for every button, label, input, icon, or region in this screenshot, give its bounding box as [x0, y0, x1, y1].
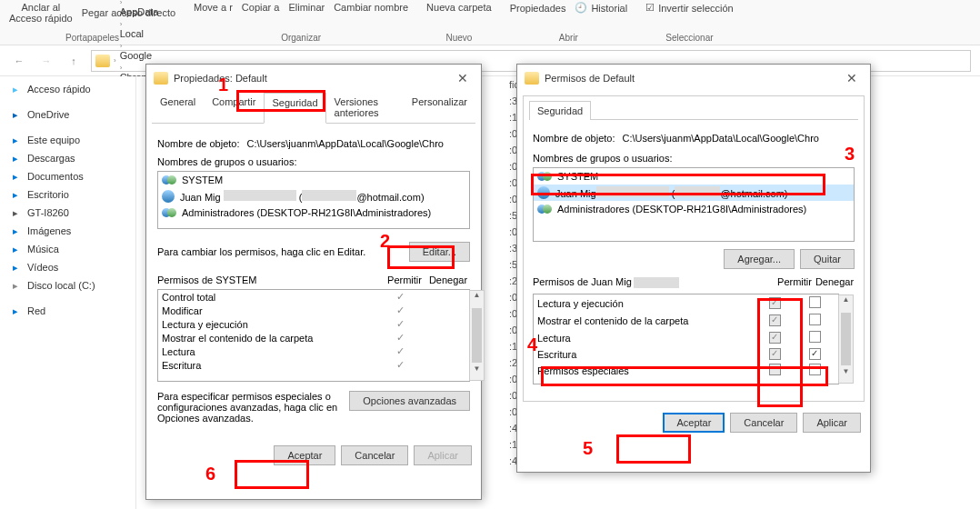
- sidebar-item[interactable]: ▸Acceso rápido: [0, 80, 135, 98]
- allow-checkbox[interactable]: [769, 348, 781, 360]
- user-list-item[interactable]: Administradores (DESKTOP-RH21G8I\Adminis…: [534, 201, 854, 217]
- user-list-item[interactable]: Administradores (DESKTOP-RH21G8I\Adminis…: [158, 205, 469, 221]
- dialog-properties: Propiedades: Default ✕ General Compartir…: [145, 64, 482, 500]
- nav-fwd-icon[interactable]: →: [36, 51, 56, 71]
- dialog-titlebar[interactable]: Propiedades: Default ✕: [146, 65, 481, 92]
- rb-anclar[interactable]: Anclar al Acceso rápido: [9, 2, 73, 24]
- sidebar-item[interactable]: ▸Disco local (C:): [0, 276, 135, 294]
- permissions-table[interactable]: ▲ ▼ Control total✓Modificar✓Lectura y ej…: [157, 289, 470, 382]
- user-list-item[interactable]: Juan Mig (@hotmail.com): [158, 188, 469, 205]
- allow-checkbox[interactable]: [769, 314, 781, 326]
- close-icon[interactable]: ✕: [452, 71, 474, 85]
- allow-checkbox[interactable]: [769, 297, 781, 309]
- allow-checkbox[interactable]: [769, 364, 781, 375]
- scroll-up-icon[interactable]: ▲: [470, 291, 484, 306]
- scroll-up-icon[interactable]: ▲: [839, 295, 853, 311]
- allow-checkbox[interactable]: [769, 332, 781, 344]
- deny-checkbox[interactable]: [809, 364, 821, 375]
- perm-row: Modificar✓: [158, 304, 469, 317]
- quitar-button[interactable]: Quitar: [800, 249, 855, 269]
- users-listbox[interactable]: SYSTEMJuan Mig (@hotmail.com)Administrad…: [157, 171, 470, 229]
- chevron-right-icon[interactable]: ›: [120, 20, 123, 28]
- sidebar-item[interactable]: ▸Escritorio: [0, 185, 135, 204]
- tab-general[interactable]: General: [152, 92, 204, 123]
- sidebar-item[interactable]: ▸Documentos: [0, 167, 135, 185]
- user-list-item[interactable]: SYSTEM: [158, 172, 469, 188]
- cancelar-button[interactable]: Cancelar: [341, 445, 408, 465]
- sidebar-item[interactable]: ▸GT-I8260: [0, 204, 135, 222]
- rb-invertir[interactable]: ☑Invertir selección: [645, 2, 734, 14]
- sidebar-item-label: GT-I8260: [27, 207, 69, 218]
- folder-icon: [95, 55, 110, 67]
- crumb[interactable]: Google: [120, 50, 249, 61]
- user-name-label: Administradores (DESKTOP-RH21G8I\Adminis…: [557, 204, 806, 215]
- scrollbar[interactable]: ▲ ▼: [838, 294, 854, 384]
- editar-button[interactable]: Editar...: [409, 242, 470, 262]
- perm-row: Lectura y ejecución✓: [158, 317, 469, 331]
- deny-checkbox[interactable]: [809, 331, 821, 343]
- opciones-avanzadas-button[interactable]: Opciones avanzadas: [349, 391, 470, 411]
- nav-up-icon[interactable]: ↑: [64, 51, 84, 71]
- sidebar-item[interactable]: ▸Red: [0, 302, 135, 320]
- sidebar-item[interactable]: ▸OneDrive: [0, 105, 135, 124]
- sidebar-item[interactable]: ▸Este equipo: [0, 131, 135, 149]
- dialog-titlebar[interactable]: Permisos de Default ✕: [517, 65, 870, 92]
- tab-compartir[interactable]: Compartir: [204, 92, 264, 123]
- user-list-item[interactable]: SYSTEM: [534, 168, 854, 185]
- aceptar-button[interactable]: Aceptar: [663, 413, 725, 433]
- perm-row: Mostrar el contenido de la carpeta: [534, 312, 838, 329]
- aceptar-button[interactable]: Aceptar: [274, 445, 335, 465]
- denegar-header: Denegar: [426, 274, 470, 285]
- sidebar-item[interactable]: ▸Vídeos: [0, 258, 135, 276]
- scroll-thumb[interactable]: [841, 313, 851, 365]
- sidebar-item[interactable]: ▸Música: [0, 240, 135, 258]
- allow-check-icon: ✓: [378, 318, 422, 330]
- crumb[interactable]: AppData: [120, 6, 249, 17]
- deny-checkbox[interactable]: [809, 348, 821, 360]
- tab-personalizar[interactable]: Personalizar: [404, 92, 475, 123]
- deny-checkbox[interactable]: [809, 296, 821, 308]
- nav-back-icon[interactable]: ←: [9, 51, 29, 71]
- crumb[interactable]: Local: [120, 28, 249, 39]
- rb-renombrar[interactable]: Cambiar nombre: [334, 2, 408, 13]
- annotation-label-6: 6: [205, 464, 215, 484]
- change-perms-text: Para cambiar los permisos, haga clic en …: [157, 246, 402, 257]
- aplicar-button[interactable]: Aplicar: [414, 445, 472, 465]
- deny-checkbox[interactable]: [809, 314, 821, 325]
- agregar-button[interactable]: Agregar...: [724, 249, 795, 269]
- user-list-item[interactable]: Juan Mig (@hotmail.com): [534, 185, 854, 201]
- scroll-down-icon[interactable]: ▼: [470, 364, 484, 380]
- scrollbar[interactable]: ▲ ▼: [469, 290, 485, 381]
- tab-versiones[interactable]: Versiones anteriores: [326, 92, 404, 123]
- rb-eliminar[interactable]: Eliminar: [288, 2, 325, 13]
- chevron-right-icon[interactable]: ›: [114, 56, 116, 65]
- sidebar-item-label: Imágenes: [27, 225, 71, 236]
- allow-check-icon: ✓: [378, 359, 422, 371]
- dialog-permissions: Permisos de Default ✕ Seguridad Nombre d…: [516, 64, 871, 473]
- aplicar-button[interactable]: Aplicar: [803, 413, 861, 433]
- sidebar-item-icon: ▸: [9, 134, 22, 146]
- perm-row: Mostrar el contenido de la carpeta✓: [158, 331, 469, 344]
- sidebar-item-icon: ▸: [9, 304, 22, 317]
- cancelar-button[interactable]: Cancelar: [730, 413, 797, 433]
- rb-historial[interactable]: 🕘Historial: [575, 2, 627, 14]
- permissions-table[interactable]: ▲ ▼ Lectura y ejecuciónMostrar el conten…: [533, 294, 839, 384]
- chevron-right-icon[interactable]: ›: [120, 64, 123, 72]
- annotation-label-2: 2: [380, 231, 390, 252]
- users-listbox[interactable]: SYSTEMJuan Mig (@hotmail.com)Administrad…: [533, 167, 855, 242]
- allow-check-icon: ✓: [378, 291, 422, 303]
- sidebar-item[interactable]: ▸Descargas: [0, 149, 135, 167]
- rb-propiedades[interactable]: Propiedades: [510, 3, 566, 14]
- object-name-label: Nombre de objeto:: [533, 133, 615, 144]
- tab-seguridad[interactable]: Seguridad: [529, 101, 591, 120]
- scroll-down-icon[interactable]: ▼: [839, 367, 853, 383]
- scroll-thumb[interactable]: [472, 308, 482, 363]
- close-icon[interactable]: ✕: [841, 71, 863, 85]
- sidebar-item-label: Vídeos: [27, 262, 58, 273]
- rb-nueva-carpeta[interactable]: Nueva carpeta: [426, 2, 492, 13]
- tab-seguridad[interactable]: Seguridad: [264, 93, 325, 124]
- user-icon: [162, 190, 175, 203]
- chevron-right-icon[interactable]: ›: [120, 42, 123, 50]
- perm-name: Mostrar el contenido de la carpeta: [537, 315, 755, 326]
- sidebar-item[interactable]: ▸Imágenes: [0, 222, 135, 240]
